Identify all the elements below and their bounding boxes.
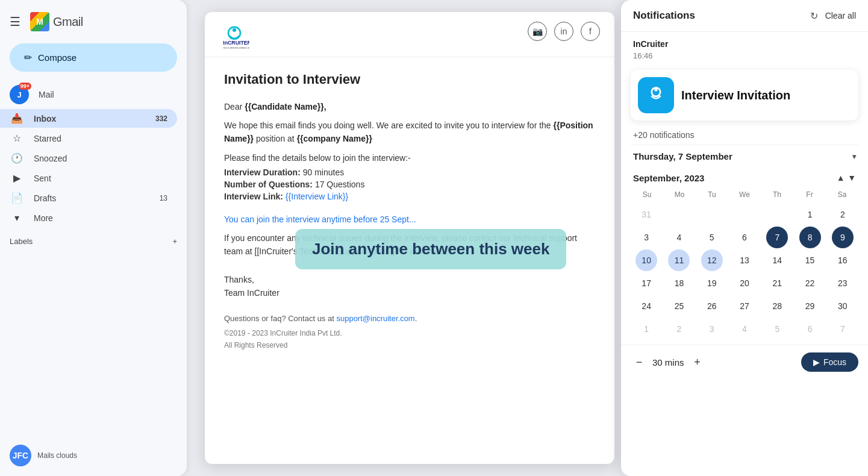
- calendar-day[interactable]: 13: [734, 249, 755, 271]
- calendar-day[interactable]: 14: [766, 249, 788, 271]
- day-header-su: Su: [631, 188, 663, 201]
- calendar-day[interactable]: 23: [832, 272, 854, 294]
- calendar-day-headers: Su Mo Tu We Th Fr Sa: [631, 188, 858, 201]
- compose-button[interactable]: ✏ Compose: [10, 43, 177, 72]
- day-header-we: We: [728, 188, 761, 201]
- candidate-name-placeholder: {{Candidate Name}},: [245, 102, 326, 111]
- facebook-icon[interactable]: f: [581, 22, 600, 41]
- calendar-day[interactable]: 20: [734, 272, 755, 294]
- time-decrease-button[interactable]: −: [631, 354, 648, 371]
- mail-avatar-initials: J: [17, 90, 21, 99]
- email-footer: ©2019 - 2023 InCruiter India Pvt Ltd. Al…: [224, 328, 595, 351]
- calendar-day[interactable]: 12: [701, 249, 723, 271]
- footer-copyright: ©2019 - 2023 InCruiter India Pvt Ltd.: [224, 328, 595, 339]
- interview-link[interactable]: {{Interview Link}}: [286, 192, 348, 201]
- calendar-next-button[interactable]: ▼: [848, 173, 856, 183]
- calendar-prev-button[interactable]: ▲: [837, 173, 845, 183]
- calendar-section: Thursday, 7 September ▾ September, 2023 …: [621, 145, 868, 340]
- calendar-day[interactable]: 16: [832, 249, 854, 271]
- calendar-day[interactable]: 15: [799, 249, 821, 271]
- sidebar-drafts-item[interactable]: 📄 Drafts 13: [0, 189, 177, 207]
- calendar-day[interactable]: 3: [635, 227, 657, 248]
- instagram-icon[interactable]: 📷: [528, 22, 547, 41]
- sidebar-snoozed-item[interactable]: 🕐 Snoozed: [0, 149, 177, 168]
- svg-point-1: [233, 28, 236, 32]
- email-thanks: Thanks, Team InCruiter: [224, 273, 595, 300]
- sidebar-more-item[interactable]: ▾ More: [0, 208, 177, 227]
- details-intro: Please find the details below to join th…: [224, 153, 595, 163]
- calendar-day[interactable]: 1: [635, 318, 657, 340]
- email-highlight: You can join the interview anytime befor…: [224, 215, 595, 224]
- calendar-day[interactable]: 22: [799, 272, 821, 294]
- notification-header-actions: ↻ Clear all: [810, 10, 856, 22]
- calendar-day[interactable]: 4: [668, 227, 690, 248]
- calendar-day[interactable]: 10: [635, 249, 657, 271]
- sidebar-mail-item[interactable]: J 99+ Mail: [0, 81, 177, 108]
- calendar-day[interactable]: 29: [799, 295, 821, 317]
- calendar-day[interactable]: 6: [799, 318, 821, 340]
- calendar-day[interactable]: 25: [668, 295, 690, 317]
- notification-panel: Notifications ↻ Clear all InCruiter 16:4…: [621, 0, 868, 476]
- compose-pencil-icon: ✏: [24, 52, 32, 63]
- user-avatar: JFC: [10, 445, 31, 466]
- sent-icon: ▶: [10, 172, 24, 184]
- sidebar-starred-item[interactable]: ☆ Starred: [0, 129, 177, 148]
- hamburger-icon[interactable]: ☰: [10, 14, 20, 29]
- svg-point-5: [654, 88, 657, 91]
- drafts-badge: 13: [160, 194, 167, 202]
- calendar-day[interactable]: 31: [635, 204, 657, 225]
- position-name-placeholder: {{Position Name}}: [224, 121, 593, 143]
- calendar-day[interactable]: 26: [701, 295, 723, 317]
- calendar-day[interactable]: 17: [635, 272, 657, 294]
- notification-more[interactable]: +20 notifications: [621, 125, 868, 145]
- focus-button[interactable]: ▶ Focus: [801, 352, 858, 372]
- company-name-placeholder: {{company Name}}: [297, 134, 372, 143]
- faq-email-link[interactable]: support@incruiter.com: [336, 314, 414, 323]
- email-greeting: Dear {{Candidate Name}},: [224, 102, 595, 111]
- calendar-day[interactable]: 5: [766, 318, 788, 340]
- calendar-day[interactable]: 19: [701, 272, 723, 294]
- calendar-day[interactable]: 21: [766, 272, 788, 294]
- time-increase-button[interactable]: +: [689, 354, 706, 371]
- calendar-collapse-icon[interactable]: ▾: [852, 152, 856, 161]
- calendar-day[interactable]: 11: [668, 249, 690, 271]
- notification-card[interactable]: Interview Invitation: [631, 70, 858, 121]
- calendar-day[interactable]: 1: [799, 204, 821, 225]
- calendar-days-grid: 3112345678910111213141516171819202122232…: [631, 204, 858, 340]
- labels-add-icon[interactable]: +: [172, 237, 177, 246]
- sidebar-inbox-item[interactable]: 📥 Inbox 332: [0, 109, 177, 128]
- calendar-day[interactable]: 28: [766, 295, 788, 317]
- calendar-day[interactable]: 30: [832, 295, 854, 317]
- sidebar-mail-label: Mail: [39, 90, 54, 99]
- calendar-day[interactable]: 3: [701, 318, 723, 340]
- calendar-day[interactable]: 27: [734, 295, 755, 317]
- calendar-day[interactable]: 2: [668, 318, 690, 340]
- labels-section: Labels +: [0, 232, 187, 251]
- calendar-day[interactable]: 9: [832, 227, 854, 248]
- calendar-day[interactable]: 5: [701, 227, 723, 248]
- sidebar-sent-item[interactable]: ▶ Sent: [0, 169, 177, 187]
- calendar-day[interactable]: 6: [734, 227, 755, 248]
- svg-text:InCRUITER: InCRUITER: [223, 40, 249, 46]
- calendar-day[interactable]: 2: [832, 204, 854, 225]
- day-header-sa: Sa: [826, 188, 858, 201]
- more-icon: ▾: [10, 212, 24, 224]
- calendar-day[interactable]: 24: [635, 295, 657, 317]
- clear-all-button[interactable]: Clear all: [825, 11, 856, 20]
- linkedin-icon[interactable]: in: [554, 22, 573, 41]
- notification-time: 16:46: [621, 51, 868, 65]
- user-subtitle: Mails clouds: [37, 451, 77, 460]
- time-display: 30 mins: [652, 357, 684, 368]
- calendar-day[interactable]: 8: [799, 227, 821, 248]
- calendar-day[interactable]: 7: [766, 227, 788, 248]
- calendar-day[interactable]: 18: [668, 272, 690, 294]
- calendar-day[interactable]: 7: [832, 318, 854, 340]
- mail-avatar: J 99+: [10, 85, 29, 104]
- calendar-grid: Su Mo Tu We Th Fr Sa 3112345678910111213…: [631, 188, 858, 340]
- calendar-date-header[interactable]: Thursday, 7 September ▾: [631, 145, 858, 168]
- day-header-fr: Fr: [793, 188, 826, 201]
- refresh-icon[interactable]: ↻: [810, 10, 818, 22]
- gmail-sidebar: ☰ M Gmail ✏ Compose J 99+ Mail 📥 Inbox 3…: [0, 0, 187, 476]
- detail-questions: Number of Questions: 17 Questions: [224, 180, 595, 189]
- calendar-day[interactable]: 4: [734, 318, 755, 340]
